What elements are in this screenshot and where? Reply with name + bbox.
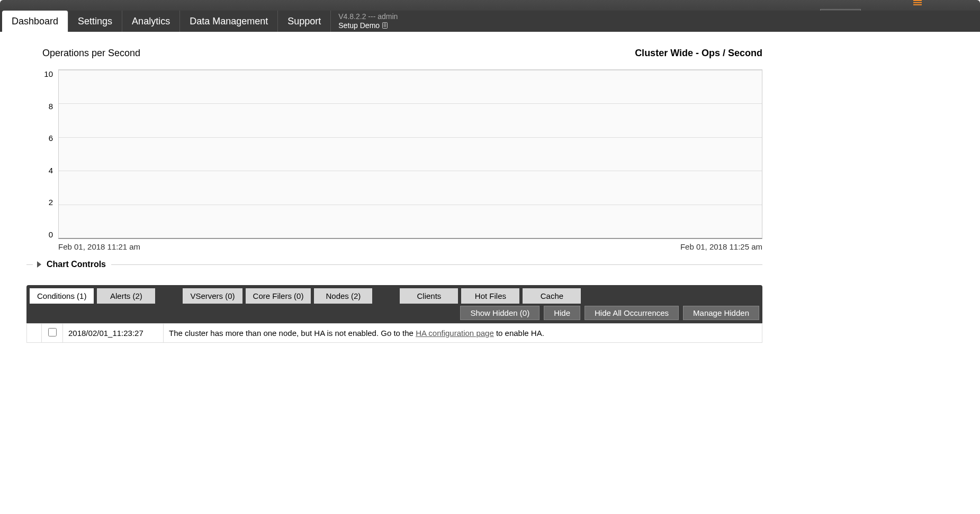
tab-conditions[interactable]: Conditions (1) xyxy=(30,288,94,304)
expand-right-icon xyxy=(37,261,41,268)
clipboard-icon xyxy=(382,22,388,29)
row-message: The cluster has more than one node, but … xyxy=(164,324,762,343)
conditions-table: 2018/02/01_11:23:27 The cluster has more… xyxy=(26,323,762,343)
row-checkbox-cell xyxy=(42,324,63,343)
nav-meta: V4.8.2.2 --- admin Setup Demo xyxy=(331,11,405,32)
chart-header: Operations per Second Cluster Wide - Ops… xyxy=(26,48,762,59)
manage-hidden-button[interactable]: Manage Hidden xyxy=(683,306,759,320)
nav-tab-settings[interactable]: Settings xyxy=(68,11,122,32)
content-area: Operations per Second Cluster Wide - Ops… xyxy=(0,32,794,353)
logo-accent-bars-icon xyxy=(913,0,922,6)
table-row: 2018/02/01_11:23:27 The cluster has more… xyxy=(27,324,762,343)
show-hidden-button[interactable]: Show Hidden (0) xyxy=(460,306,540,320)
chart-title-right: Cluster Wide - Ops / Second xyxy=(635,48,762,59)
y-tick: 8 xyxy=(26,102,53,111)
nav-tab-dashboard[interactable]: Dashboard xyxy=(2,11,68,32)
tab-core-filers[interactable]: Core Filers (0) xyxy=(246,288,311,304)
row-expand-cell[interactable] xyxy=(27,324,42,343)
tab-group-alerts: Conditions (1) Alerts (2) xyxy=(30,288,155,304)
y-tick: 10 xyxy=(26,69,53,78)
tab-cache[interactable]: Cache xyxy=(523,288,581,304)
chart-title-left: Operations per Second xyxy=(42,48,140,59)
main-nav: Dashboard Settings Analytics Data Manage… xyxy=(0,11,980,32)
chart-plot[interactable] xyxy=(58,69,762,239)
tab-nodes[interactable]: Nodes (2) xyxy=(314,288,372,304)
chart-x-axis: Feb 01, 2018 11:21 am Feb 01, 2018 11:25… xyxy=(58,242,762,251)
hide-all-button[interactable]: Hide All Occurrences xyxy=(585,306,679,320)
tab-alerts[interactable]: Alerts (2) xyxy=(97,288,155,304)
chart-controls-toggle[interactable]: Chart Controls xyxy=(26,260,762,269)
chart-y-axis: 10 8 6 4 2 0 xyxy=(26,69,58,239)
x-end-label: Feb 01, 2018 11:25 am xyxy=(680,242,762,251)
row-message-prefix: The cluster has more than one node, but … xyxy=(169,329,416,338)
chart-controls-label: Chart Controls xyxy=(47,260,106,269)
tab-clients[interactable]: Clients xyxy=(400,288,458,304)
ha-config-link[interactable]: HA configuration page xyxy=(416,329,494,338)
conditions-action-bar: Show Hidden (0) Hide Hide All Occurrence… xyxy=(26,304,762,323)
tab-vservers[interactable]: VServers (0) xyxy=(183,288,242,304)
nav-tab-analytics[interactable]: Analytics xyxy=(122,11,180,32)
nav-tab-data-management[interactable]: Data Management xyxy=(180,11,278,32)
bottom-tab-bar: Conditions (1) Alerts (2) VServers (0) C… xyxy=(26,285,762,304)
x-start-label: Feb 01, 2018 11:21 am xyxy=(58,242,140,251)
y-tick: 6 xyxy=(26,134,53,143)
row-timestamp: 2018/02/01_11:23:27 xyxy=(63,324,164,343)
chart-plot-area: 10 8 6 4 2 0 xyxy=(26,69,762,239)
hide-button[interactable]: Hide xyxy=(544,306,580,320)
row-checkbox[interactable] xyxy=(48,328,57,336)
row-message-suffix: to enable HA. xyxy=(494,329,544,338)
y-tick: 2 xyxy=(26,198,53,207)
tab-group-resources: VServers (0) Core Filers (0) Nodes (2) xyxy=(183,288,372,304)
nav-tab-support[interactable]: Support xyxy=(278,11,331,32)
tab-group-misc: Clients Hot Files Cache xyxy=(400,288,581,304)
y-tick: 4 xyxy=(26,166,53,175)
setup-demo-link[interactable]: Setup Demo xyxy=(338,21,398,30)
tab-hot-files[interactable]: Hot Files xyxy=(461,288,519,304)
y-tick: 0 xyxy=(26,230,53,239)
version-label: V4.8.2.2 --- admin xyxy=(338,12,398,21)
